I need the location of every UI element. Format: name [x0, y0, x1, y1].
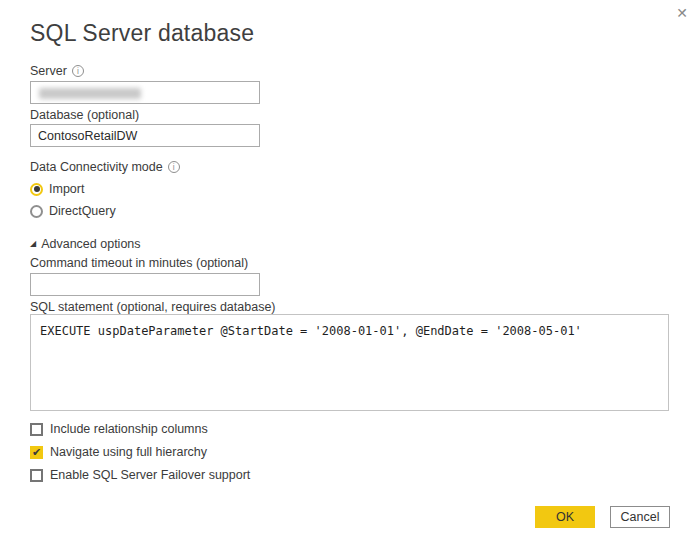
connectivity-mode-label-text: Data Connectivity mode [30, 160, 163, 174]
radio-directquery[interactable]: DirectQuery [30, 204, 116, 218]
sql-server-database-dialog: ✕ SQL Server database Server i Database … [0, 0, 699, 556]
server-label-text: Server [30, 64, 67, 78]
connectivity-mode-label: Data Connectivity mode i [30, 160, 180, 174]
ok-button[interactable]: OK [535, 506, 595, 528]
checkbox-unchecked-icon[interactable] [30, 423, 43, 436]
advanced-options-expander[interactable]: ◢ Advanced options [30, 237, 141, 251]
checkbox-navigate-full-hierarchy[interactable]: ✔ Navigate using full hierarchy [30, 445, 207, 459]
expander-triangle-icon: ◢ [30, 240, 36, 248]
info-icon[interactable]: i [168, 161, 180, 173]
command-timeout-label: Command timeout in minutes (optional) [30, 256, 248, 270]
radio-selected-icon[interactable] [30, 183, 43, 196]
server-input[interactable] [30, 81, 260, 104]
database-label: Database (optional) [30, 108, 139, 122]
radio-unselected-icon[interactable] [30, 205, 43, 218]
radio-import-label: Import [49, 182, 84, 196]
radio-import[interactable]: Import [30, 182, 84, 196]
close-icon[interactable]: ✕ [673, 4, 691, 22]
checkbox-checked-icon[interactable]: ✔ [30, 446, 43, 459]
checkbox-label: Navigate using full hierarchy [50, 445, 207, 459]
checkbox-label: Enable SQL Server Failover support [50, 468, 250, 482]
info-icon[interactable]: i [72, 65, 84, 77]
server-label: Server i [30, 64, 84, 78]
checkbox-label: Include relationship columns [50, 422, 208, 436]
checkbox-enable-failover-support[interactable]: Enable SQL Server Failover support [30, 468, 250, 482]
database-input[interactable] [30, 124, 260, 147]
checkbox-include-relationship-columns[interactable]: Include relationship columns [30, 422, 208, 436]
checkmark-icon: ✔ [32, 446, 41, 457]
redacted-server-value [39, 88, 141, 99]
advanced-options-label: Advanced options [41, 237, 140, 251]
cancel-button[interactable]: Cancel [610, 506, 670, 528]
checkbox-unchecked-icon[interactable] [30, 469, 43, 482]
sql-statement-textarea[interactable]: EXECUTE uspDateParameter @StartDate = '2… [30, 314, 669, 411]
sql-statement-label: SQL statement (optional, requires databa… [30, 300, 276, 314]
radio-directquery-label: DirectQuery [49, 204, 116, 218]
command-timeout-input[interactable] [30, 273, 260, 296]
dialog-title: SQL Server database [30, 20, 254, 47]
